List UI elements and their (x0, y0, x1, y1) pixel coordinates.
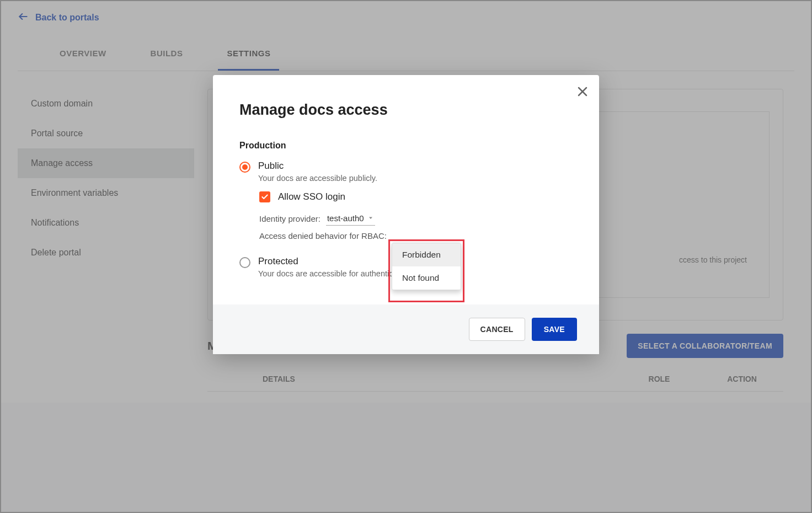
rbac-dropdown: Forbidden Not found (392, 243, 461, 290)
idp-value: test-auth0 (327, 213, 364, 223)
svg-marker-3 (369, 217, 372, 220)
section-production-label: Production (239, 141, 573, 151)
idp-select[interactable]: test-auth0 (326, 211, 375, 226)
allow-sso-checkbox[interactable]: Allow SSO login (259, 191, 573, 202)
idp-label: Identity provider: (259, 214, 320, 223)
allow-sso-label: Allow SSO login (278, 191, 345, 202)
radio-public-desc: Your docs are accessible publicly. (258, 174, 377, 183)
dropdown-option-not-found[interactable]: Not found (392, 266, 461, 290)
rbac-label: Access denied behavior for RBAC: (259, 231, 387, 241)
manage-docs-access-modal: Manage docs access Production Public You… (213, 75, 599, 354)
close-icon[interactable] (576, 85, 589, 98)
checkbox-icon (259, 191, 270, 202)
radio-protected-icon (239, 257, 250, 268)
dropdown-option-forbidden[interactable]: Forbidden (392, 243, 461, 266)
modal-overlay: Manage docs access Production Public You… (0, 0, 812, 513)
radio-public[interactable]: Public Your docs are accessible publicly… (239, 161, 573, 183)
cancel-button[interactable]: CANCEL (469, 318, 525, 341)
radio-public-icon (239, 162, 250, 173)
chevron-down-icon (367, 213, 374, 223)
radio-public-label: Public (258, 161, 377, 172)
save-button[interactable]: SAVE (532, 318, 577, 341)
modal-title: Manage docs access (239, 101, 573, 119)
